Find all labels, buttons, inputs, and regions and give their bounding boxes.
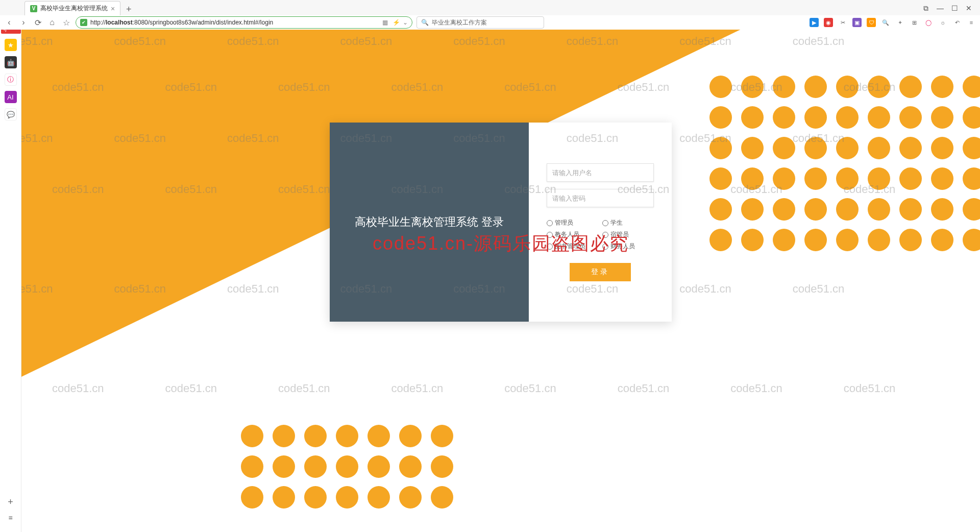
url-dropdown-icon[interactable]: ⌄	[403, 19, 408, 26]
ext-weibo-icon[interactable]: ◉	[824, 18, 833, 27]
ext-puzzle-icon[interactable]: ✦	[895, 18, 904, 27]
sidebar-add-icon[interactable]: +	[8, 497, 13, 507]
ext-circle-icon[interactable]: ◯	[924, 18, 933, 27]
login-button[interactable]: 登录	[570, 263, 631, 281]
url-qr-icon[interactable]: ▦	[382, 19, 389, 26]
tab-bar: V 高校毕业生离校管理系统 × + ⧉ — ☐ ✕	[0, 0, 980, 15]
tab-close-icon[interactable]: ×	[111, 5, 115, 13]
login-title: 高校毕业生离校管理系统 登录	[355, 214, 504, 230]
login-card: 高校毕业生离校管理系统 登录 管理员 学生 教务人员 宿管员 图书管理员 财务人…	[330, 123, 672, 322]
role-student[interactable]: 学生	[602, 219, 654, 227]
browser-tab[interactable]: V 高校毕业生离校管理系统 ×	[24, 1, 120, 15]
ext-scissors-icon[interactable]: ✂	[838, 18, 847, 27]
role-admin[interactable]: 管理员	[547, 219, 598, 227]
new-tab-button[interactable]: +	[122, 3, 135, 15]
sidebar-app-5-icon[interactable]: AI	[5, 91, 17, 103]
ext-menu-icon[interactable]: ≡	[967, 18, 976, 27]
ext-undo-icon[interactable]: ↶	[952, 18, 962, 27]
url-bolt-icon[interactable]: ⚡	[393, 19, 400, 26]
sidebar-menu-icon[interactable]: ≡	[8, 514, 12, 522]
decorative-dots-tr	[709, 76, 980, 259]
window-close-icon[interactable]: ✕	[965, 4, 973, 12]
page-content: 高校毕业生离校管理系统 登录 管理员 学生 教务人员 宿管员 图书管理员 财务人…	[21, 30, 980, 532]
extension-bar: ▶ ◉ ✂ ▣ 🛡 🔍 ✦ ⊞ ◯ ☼ ↶ ≡	[810, 18, 976, 27]
url-text: http://localhost:8080/springboot8s63w/ad…	[90, 19, 379, 26]
nav-bar: ‹ › ⟳ ⌂ ☆ ✔ http://localhost:8080/spring…	[0, 15, 980, 30]
nav-favorite-icon[interactable]: ☆	[61, 17, 71, 28]
ext-search-icon[interactable]: 🔍	[881, 18, 890, 27]
watermark-overlay: code51.cn-源码乐园盗图必究	[373, 231, 629, 256]
url-bar[interactable]: ✔ http://localhost:8080/springboot8s63w/…	[76, 16, 412, 29]
browser-chrome: V 高校毕业生离校管理系统 × + ⧉ — ☐ ✕ ‹ › ⟳ ⌂ ☆ ✔ ht…	[0, 0, 980, 30]
sidebar-ai-icon[interactable]: ⓘ	[5, 74, 17, 86]
login-form: 管理员 学生 教务人员 宿管员 图书管理员 财务人员 登录	[529, 123, 672, 322]
sidebar-robot-icon[interactable]: 🤖	[5, 56, 17, 68]
search-icon: 🔍	[421, 19, 429, 26]
ext-sun-icon[interactable]: ☼	[938, 18, 947, 27]
ext-grid-icon[interactable]: ⊞	[910, 18, 919, 27]
nav-forward-icon[interactable]: ›	[18, 17, 29, 28]
sidebar-chat-icon[interactable]: 💬	[5, 108, 17, 120]
search-placeholder: 毕业生离校工作方案	[432, 18, 487, 27]
ext-shield-icon[interactable]: 🛡	[867, 18, 876, 27]
search-bar[interactable]: 🔍 毕业生离校工作方案	[416, 16, 544, 29]
browser-left-sidebar: ê 登录账号 📋 ★ 🤖 ⓘ AI 💬 + ≡	[0, 0, 21, 532]
sidebar-star-icon[interactable]: ★	[5, 39, 17, 51]
tab-favicon-icon: V	[30, 5, 37, 12]
url-shield-icon: ✔	[80, 19, 87, 26]
nav-reload-icon[interactable]: ⟳	[33, 17, 43, 28]
username-input[interactable]	[547, 163, 654, 182]
login-card-left: 高校毕业生离校管理系统 登录	[330, 123, 529, 322]
window-tab-icon[interactable]: ⧉	[922, 4, 930, 12]
nav-back-icon[interactable]: ‹	[4, 17, 14, 28]
tab-title: 高校毕业生离校管理系统	[40, 4, 108, 13]
ext-purple-icon[interactable]: ▣	[852, 18, 862, 27]
window-maximize-icon[interactable]: ☐	[950, 4, 959, 12]
password-input[interactable]	[547, 189, 654, 207]
ext-video-icon[interactable]: ▶	[810, 18, 819, 27]
window-minimize-icon[interactable]: —	[936, 4, 944, 12]
nav-home-icon[interactable]: ⌂	[47, 17, 57, 28]
decorative-dots-bl	[241, 425, 455, 517]
